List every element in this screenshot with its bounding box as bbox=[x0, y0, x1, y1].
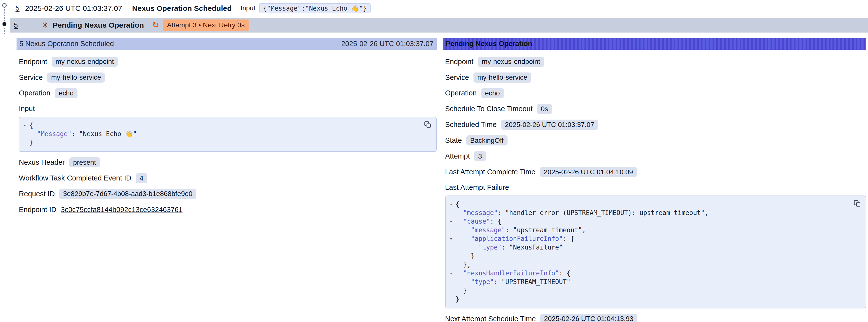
field-row-next-attempt-schedule-time: Next Attempt Schedule Time 2025-02-26 UT… bbox=[445, 314, 866, 322]
field-label: State bbox=[445, 136, 462, 144]
field-value-badge: my-hello-service bbox=[47, 72, 105, 83]
event-id-link[interactable]: 5 bbox=[14, 21, 18, 29]
field-label: Last Attempt Complete Time bbox=[445, 168, 535, 176]
code-line: } bbox=[446, 286, 849, 295]
field-value-badge: 3 bbox=[474, 151, 486, 161]
event-input-label: Input bbox=[241, 4, 255, 12]
field-label: Endpoint bbox=[19, 58, 47, 66]
field-label: Attempt bbox=[445, 152, 470, 160]
pending-operation-panel: Pending Nexus Operation Endpoint my-nexu… bbox=[443, 38, 866, 322]
field-value-badge: 4 bbox=[136, 173, 147, 183]
timeline-dot-icon bbox=[2, 22, 6, 26]
field-value-badge: 2025-02-26 UTC 01:03:37.07 bbox=[501, 120, 598, 130]
collapse-chevron-icon[interactable]: ▾ bbox=[446, 234, 456, 243]
code-line: ▾{ bbox=[446, 200, 849, 208]
timeline-connector bbox=[4, 28, 5, 34]
code-line: } bbox=[446, 252, 849, 260]
code-line: ▾{ bbox=[21, 121, 420, 130]
endpoint-id-link[interactable]: 3c0c75ccfa8144b092c13ce632463761 bbox=[61, 205, 183, 214]
field-label: Service bbox=[445, 73, 469, 82]
pending-operation-row[interactable]: 5 ✳ Pending Nexus Operation ↻ Attempt 3 … bbox=[10, 18, 868, 33]
field-label: Operation bbox=[19, 89, 50, 97]
pending-operation-header-title: Pending Nexus Operation bbox=[445, 40, 532, 48]
last-attempt-failure-label: Last Attempt Failure bbox=[445, 184, 866, 193]
history-event-row[interactable]: 5 2025-02-26 UTC 01:03:37.07 Nexus Opera… bbox=[10, 0, 868, 17]
attempt-retry-badge: Attempt 3 • Next Retry 0s bbox=[163, 20, 249, 31]
code-line: "Message": "Nexus Echo 👋" bbox=[21, 130, 420, 138]
field-value-badge: 3e829b7e-7d67-4b08-aad3-b1e868bfe9e0 bbox=[59, 189, 196, 199]
event-detail-panel: 5 Nexus Operation Scheduled 2025-02-26 U… bbox=[17, 38, 437, 322]
input-section-label: Input bbox=[19, 104, 437, 114]
field-value-badge: echo bbox=[55, 88, 78, 98]
field-row-attempt: Attempt 3 bbox=[445, 151, 866, 161]
code-line: ▾ "cause": { bbox=[446, 217, 849, 226]
field-row-workflow-task-completed-event-id: Workflow Task Completed Event ID 4 bbox=[19, 173, 437, 184]
failure-json-viewer: ▾{ "message": "handler error (UPSTREAM_T… bbox=[445, 195, 866, 309]
field-value-badge: my-hello-service bbox=[473, 72, 531, 83]
field-value-badge: my-nexus-endpoint bbox=[478, 57, 544, 67]
field-row-service: Service my-hello-service bbox=[445, 72, 866, 83]
field-label: Endpoint ID bbox=[19, 205, 56, 214]
code-line: ▾ "applicationFailureInfo": { bbox=[446, 234, 849, 243]
field-value-badge: my-nexus-endpoint bbox=[52, 57, 118, 67]
temporal-event-history-view: 5 2025-02-26 UTC 01:03:37.07 Nexus Opera… bbox=[0, 0, 868, 322]
timeline-ring-icon bbox=[2, 3, 7, 8]
code-line: "type": "UPSTREAM_TIMEOUT" bbox=[446, 278, 849, 286]
field-row-operation: Operation echo bbox=[445, 88, 866, 99]
field-label: Endpoint bbox=[445, 58, 473, 66]
field-row-endpoint: Endpoint my-nexus-endpoint bbox=[19, 57, 437, 67]
field-label: Schedule To Close Timeout bbox=[445, 105, 532, 113]
pending-asterisk-icon: ✳ bbox=[42, 21, 48, 29]
field-row-state: State BackingOff bbox=[445, 135, 866, 146]
field-label: Service bbox=[19, 73, 43, 82]
collapse-chevron-icon[interactable]: ▾ bbox=[446, 269, 456, 278]
field-row-schedule-to-close-timeout: Schedule To Close Timeout 0s bbox=[445, 104, 866, 115]
collapse-chevron-icon[interactable]: ▾ bbox=[446, 217, 456, 226]
code-line: "message": "upstream timeout", bbox=[446, 226, 849, 234]
field-row-request-id: Request ID 3e829b7e-7d67-4b08-aad3-b1e86… bbox=[19, 189, 437, 199]
event-detail-header: 5 Nexus Operation Scheduled 2025-02-26 U… bbox=[17, 38, 437, 50]
field-value-badge: echo bbox=[481, 88, 504, 98]
code-line: } bbox=[446, 295, 849, 303]
input-json-viewer: ▾{ "Message": "Nexus Echo 👋"} bbox=[19, 117, 437, 152]
code-line: "type": "NexusFailure" bbox=[446, 243, 849, 252]
code-line: } bbox=[21, 138, 420, 147]
field-label: Nexus Header bbox=[19, 158, 65, 166]
field-row-endpoint-id: Endpoint ID 3c0c75ccfa8144b092c13ce63246… bbox=[19, 204, 437, 215]
copy-icon bbox=[424, 121, 431, 128]
copy-button[interactable] bbox=[423, 120, 432, 129]
event-title: Nexus Operation Scheduled bbox=[132, 4, 232, 12]
timeline-connector bbox=[4, 9, 5, 22]
field-row-operation: Operation echo bbox=[19, 88, 437, 99]
field-row-scheduled-time: Scheduled Time 2025-02-26 UTC 01:03:37.0… bbox=[445, 120, 866, 130]
detail-panels: 5 Nexus Operation Scheduled 2025-02-26 U… bbox=[17, 38, 866, 322]
field-value-badge: 0s bbox=[537, 104, 552, 114]
field-value-badge: 2025-02-26 UTC 01:04:13.93 bbox=[540, 314, 637, 322]
field-label: Next Attempt Schedule Time bbox=[445, 315, 536, 322]
field-row-endpoint: Endpoint my-nexus-endpoint bbox=[445, 57, 866, 67]
event-detail-header-title: 5 Nexus Operation Scheduled bbox=[20, 40, 114, 48]
field-value-badge: present bbox=[69, 157, 100, 167]
pending-row-title: Pending Nexus Operation bbox=[53, 21, 144, 29]
collapse-chevron-icon[interactable]: ▾ bbox=[21, 121, 29, 130]
code-line: "message": "handler error (UPSTREAM_TIME… bbox=[446, 208, 849, 217]
field-label: Workflow Task Completed Event ID bbox=[19, 174, 131, 182]
event-id-link[interactable]: 5 bbox=[16, 4, 20, 12]
event-input-preview-chip: {"Message":"Nexus Echo 👋"} bbox=[259, 3, 371, 13]
field-label: Operation bbox=[445, 89, 477, 97]
field-value-badge: BackingOff bbox=[466, 135, 507, 146]
field-row-last-attempt-complete-time: Last Attempt Complete Time 2025-02-26 UT… bbox=[445, 167, 866, 177]
field-row-nexus-header: Nexus Header present bbox=[19, 157, 437, 168]
field-label: Request ID bbox=[19, 190, 55, 198]
collapse-chevron-icon[interactable]: ▾ bbox=[446, 200, 456, 208]
field-value-badge: 2025-02-26 UTC 01:04:10.09 bbox=[540, 167, 637, 177]
event-timestamp: 2025-02-26 UTC 01:03:37.07 bbox=[25, 4, 122, 12]
copy-icon bbox=[854, 200, 861, 207]
code-line: ▾ "nexusHandlerFailureInfo": { bbox=[446, 269, 849, 278]
event-detail-header-timestamp: 2025-02-26 UTC 01:03:37.07 bbox=[341, 40, 433, 48]
retry-icon: ↻ bbox=[152, 21, 159, 29]
code-line: }, bbox=[446, 260, 849, 269]
copy-button[interactable] bbox=[852, 199, 862, 208]
field-label: Scheduled Time bbox=[445, 121, 497, 129]
pending-operation-header: Pending Nexus Operation bbox=[443, 38, 866, 50]
